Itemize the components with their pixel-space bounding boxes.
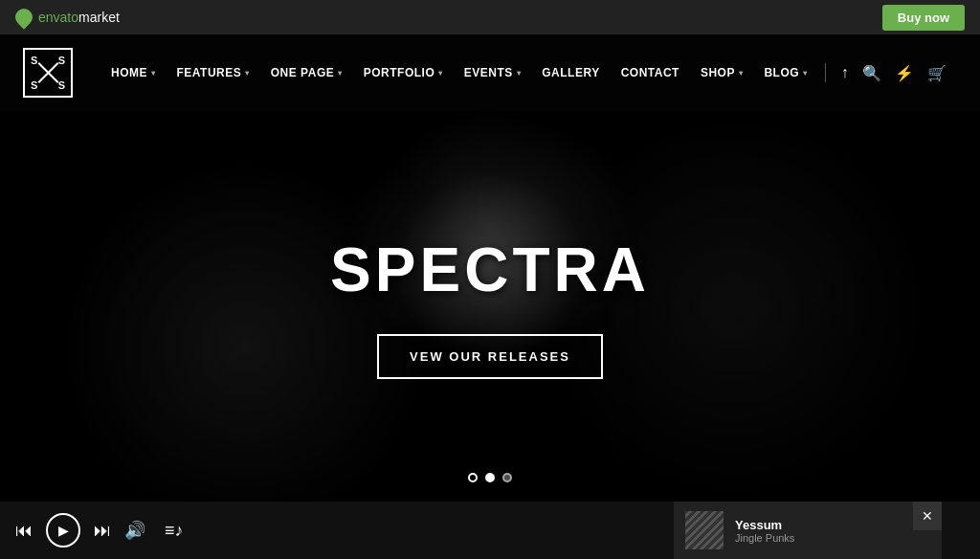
track-info-panel: Yessum Jingle Punks ✕ [674, 502, 942, 559]
next-button[interactable]: ⏭ [94, 521, 111, 541]
track-details: Yessum Jingle Punks [735, 518, 930, 544]
nav-link-portfolio[interactable]: PORTFOLIO ▾ [354, 58, 453, 87]
hero-title: SPECTRA [330, 235, 650, 305]
track-name: Yessum [735, 518, 930, 532]
site-logo: S S S S [23, 48, 73, 98]
buy-now-button[interactable]: Buy now [882, 5, 965, 31]
cart-icon[interactable]: 🛒 [927, 64, 947, 82]
nav-link-contact[interactable]: CONTACT [612, 58, 689, 87]
track-thumb-image [685, 511, 724, 549]
envato-logo: envatomarket [15, 9, 120, 26]
hero-content: SPECTRA VEW OUR RELEASES [330, 235, 650, 379]
nav-item-portfolio[interactable]: PORTFOLIO ▾ [354, 58, 453, 87]
play-icon: ▶ [58, 523, 69, 538]
volume-button[interactable]: 🔊 [124, 520, 145, 541]
nav-link-blog[interactable]: BLOG ▾ [754, 58, 816, 87]
scroll-up-icon[interactable]: ↑ [841, 64, 849, 81]
nav-link-features[interactable]: FEATURES ▾ [167, 58, 259, 87]
envato-logo-text: envatomarket [38, 10, 120, 25]
playlist-button[interactable]: ≡♪ [165, 521, 184, 541]
logo-s-bottomright: S [58, 79, 65, 91]
player-close-button[interactable]: ✕ [913, 502, 942, 530]
slider-dot-2[interactable] [485, 473, 495, 482]
logo-s-topright: S [58, 55, 65, 66]
envato-leaf-icon [11, 5, 35, 29]
nav-link-shop[interactable]: SHOP ▾ [691, 58, 753, 87]
logo-s-bottomleft: S [31, 79, 37, 91]
nav-link-gallery[interactable]: GALLERY [532, 58, 609, 87]
playlist-icon: ≡♪ [165, 521, 184, 540]
logo-box: S S S S [23, 48, 73, 98]
nav-item-shop[interactable]: SHOP ▾ [691, 58, 753, 87]
envato-topbar: envatomarket Buy now [0, 0, 980, 34]
slider-dot-1[interactable] [468, 473, 478, 482]
prev-button[interactable]: ⏮ [15, 521, 33, 541]
nav-item-features[interactable]: FEATURES ▾ [167, 58, 259, 87]
logo-s-topleft: S [31, 55, 37, 66]
lightning-icon[interactable]: ⚡ [895, 64, 914, 82]
player-bar: ⏮ ▶ ⏭ 🔊 ≡♪ Yessum Jingle Punks ✕ [0, 502, 980, 559]
nav-items: HOME ▾ FEATURES ▾ ONE PAGE ▾ PORTFOLIO ▾… [101, 58, 817, 87]
hero-cta-button[interactable]: VEW OUR RELEASES [377, 334, 603, 379]
track-thumbnail [685, 511, 724, 549]
play-button[interactable]: ▶ [46, 513, 80, 548]
player-controls: ⏮ ▶ ⏭ 🔊 [15, 513, 145, 548]
slider-dots [468, 473, 512, 482]
main-nav: HOME ▾ FEATURES ▾ ONE PAGE ▾ PORTFOLIO ▾… [101, 58, 957, 87]
nav-link-events[interactable]: EVENTS ▾ [455, 58, 531, 87]
hero-section: SPECTRA VEW OUR RELEASES [0, 111, 980, 502]
nav-item-blog[interactable]: BLOG ▾ [754, 58, 816, 87]
nav-link-onepage[interactable]: ONE PAGE ▾ [261, 58, 352, 87]
nav-item-gallery[interactable]: GALLERY [532, 58, 609, 87]
nav-item-contact[interactable]: CONTACT [612, 58, 689, 87]
track-artist: Jingle Punks [735, 532, 930, 544]
slider-dot-3[interactable] [502, 473, 512, 482]
nav-divider [825, 63, 826, 82]
search-icon[interactable]: 🔍 [862, 64, 881, 82]
nav-item-onepage[interactable]: ONE PAGE ▾ [261, 58, 352, 87]
nav-item-home[interactable]: HOME ▾ [101, 58, 166, 87]
site-header: S S S S HOME ▾ FEATURES ▾ ONE PAGE ▾ POR… [0, 34, 980, 111]
nav-item-events[interactable]: EVENTS ▾ [455, 58, 531, 87]
nav-icons: ↑ 🔍 ⚡ 🛒 [841, 64, 947, 82]
nav-link-home[interactable]: HOME ▾ [101, 58, 166, 87]
